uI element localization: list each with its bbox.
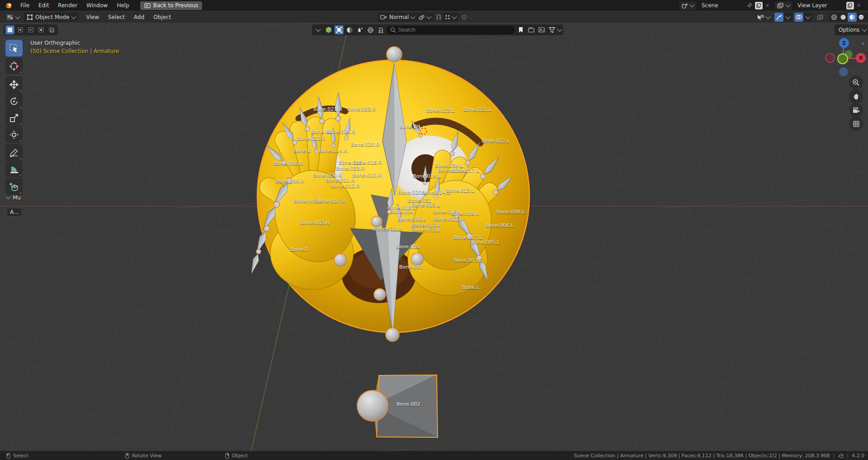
navigation-gizmo[interactable]: Z X bbox=[818, 36, 868, 81]
select-mode-invert-icon[interactable] bbox=[37, 25, 46, 34]
mouse-right-icon bbox=[225, 453, 229, 459]
pan-view-button[interactable] bbox=[849, 90, 863, 104]
menu-add[interactable]: Add bbox=[129, 12, 149, 23]
tool-cursor[interactable] bbox=[5, 57, 23, 74]
keymap-label: Object bbox=[232, 453, 248, 459]
menu-select[interactable]: Select bbox=[104, 12, 129, 23]
options-dropdown[interactable]: Options bbox=[835, 24, 868, 35]
shading-wireframe-button[interactable] bbox=[830, 13, 839, 22]
view-layer-field[interactable]: View Layer ✕ bbox=[795, 1, 863, 10]
chevron-down-icon bbox=[71, 14, 76, 19]
panel-mu-header[interactable]: Mu bbox=[6, 194, 21, 201]
select-mode-intersect-icon[interactable] bbox=[47, 25, 56, 34]
orientation-label: Normal bbox=[389, 14, 409, 20]
view-layer-browse-button[interactable] bbox=[775, 1, 792, 10]
preview-ball-icon[interactable] bbox=[324, 25, 333, 34]
chevron-down-icon bbox=[410, 14, 415, 19]
editor-type-button[interactable] bbox=[4, 13, 22, 22]
matcap-sphere-icon[interactable] bbox=[345, 25, 354, 34]
bone-002-object[interactable] bbox=[357, 375, 438, 437]
tool-select-box[interactable] bbox=[5, 40, 23, 57]
tool-rotate[interactable] bbox=[5, 93, 23, 109]
scene-browse-button[interactable] bbox=[679, 1, 696, 10]
mouse-left-icon bbox=[6, 453, 10, 459]
remove-view-layer-icon[interactable]: ✕ bbox=[857, 3, 861, 9]
blender-logo-icon[interactable] bbox=[0, 2, 16, 9]
panel-mu-label: Mu bbox=[13, 194, 21, 201]
zoom-view-button[interactable] bbox=[849, 76, 863, 90]
search-input[interactable] bbox=[387, 26, 515, 34]
overlays-dropdown[interactable] bbox=[803, 13, 812, 22]
gizmo-minus-y-axis[interactable] bbox=[838, 54, 848, 64]
tool-transform[interactable] bbox=[5, 126, 23, 143]
render-result-icon[interactable] bbox=[537, 25, 546, 34]
paint-drop-icon[interactable] bbox=[355, 25, 364, 34]
chevron-down-icon[interactable] bbox=[557, 27, 562, 32]
menu-object[interactable]: Object bbox=[149, 12, 175, 23]
orthographic-toggle-button[interactable] bbox=[849, 117, 863, 131]
gizmos-toggle[interactable] bbox=[774, 13, 783, 22]
show-gizmo-dropdown[interactable] bbox=[754, 13, 773, 22]
proportional-editing-toggle[interactable] bbox=[459, 13, 476, 22]
menu-view[interactable]: View bbox=[82, 12, 104, 23]
collection-icon[interactable] bbox=[527, 25, 536, 34]
transform-orientation-dropdown[interactable]: Normal bbox=[377, 13, 417, 22]
shading-material-button[interactable] bbox=[848, 13, 857, 22]
new-scene-button[interactable] bbox=[755, 2, 763, 9]
pivot-point-dropdown[interactable] bbox=[416, 13, 434, 22]
transform-icon bbox=[9, 130, 19, 140]
keymap-label: Select bbox=[13, 453, 28, 459]
keymap-rotate-view: Rotate View bbox=[125, 453, 162, 459]
select-mode-extend-icon[interactable] bbox=[16, 25, 25, 34]
shading-rendered-button[interactable] bbox=[857, 13, 866, 22]
tool-scale[interactable] bbox=[5, 109, 23, 126]
context-label: (50) Scene Collection | Armature bbox=[30, 48, 119, 54]
overlays-toggle[interactable] bbox=[794, 13, 803, 22]
measure-icon bbox=[9, 164, 19, 174]
menu-file[interactable]: File bbox=[16, 0, 34, 11]
snap-settings-dropdown[interactable] bbox=[442, 13, 459, 22]
collapse-chevron-icon[interactable] bbox=[314, 25, 323, 34]
chevron-down-icon bbox=[15, 14, 20, 19]
select-mode-subtract-icon[interactable] bbox=[26, 25, 35, 34]
world-icon[interactable] bbox=[366, 25, 375, 34]
camera-view-button[interactable] bbox=[849, 103, 863, 117]
pivot-icon bbox=[419, 14, 425, 20]
scene-name-field[interactable]: Scene ✕ bbox=[699, 1, 772, 10]
gizmo-minus-x-axis[interactable] bbox=[826, 53, 835, 62]
chevron-down-icon bbox=[468, 14, 473, 19]
unlink-scene-icon[interactable]: ✕ bbox=[765, 3, 769, 9]
add-cube-icon bbox=[9, 182, 19, 192]
menu-render[interactable]: Render bbox=[53, 0, 82, 11]
select-mode-new-icon[interactable] bbox=[5, 25, 14, 34]
menu-window[interactable]: Window bbox=[82, 0, 112, 11]
screen-region-icon[interactable] bbox=[335, 25, 344, 34]
menu-edit[interactable]: Edit bbox=[34, 0, 53, 11]
tool-measure[interactable] bbox=[5, 161, 23, 177]
menu-help[interactable]: Help bbox=[112, 0, 133, 11]
shading-solid-button[interactable] bbox=[839, 13, 848, 22]
filter-funnel-icon[interactable] bbox=[547, 25, 557, 34]
clamp-icon[interactable] bbox=[376, 25, 385, 34]
editor-3d-viewport-icon bbox=[6, 14, 14, 20]
pin-icon[interactable] bbox=[747, 3, 752, 8]
sidebar-collapse-arrow[interactable]: ‹ bbox=[862, 40, 864, 47]
scene-canvas[interactable] bbox=[0, 23, 868, 451]
tool-add-cube[interactable] bbox=[5, 178, 23, 195]
keymap-label: Rotate View bbox=[132, 453, 162, 459]
gizmos-dropdown[interactable] bbox=[783, 13, 793, 22]
new-view-layer-button[interactable] bbox=[846, 2, 854, 9]
tool-move[interactable] bbox=[5, 76, 23, 93]
mode-dropdown[interactable]: Object Mode bbox=[24, 13, 78, 22]
keymap-object: Object bbox=[225, 453, 248, 459]
bookmark-icon[interactable] bbox=[516, 25, 525, 34]
gizmo-minus-z-axis[interactable] bbox=[839, 67, 848, 76]
annotate-pen-icon bbox=[9, 147, 19, 157]
panel-a-tab[interactable]: A... bbox=[7, 209, 21, 216]
xray-toggle[interactable] bbox=[814, 13, 826, 22]
tool-annotate[interactable] bbox=[5, 144, 23, 161]
camera-icon bbox=[852, 107, 860, 114]
topbar: File Edit Render Window Help Back to Pre… bbox=[0, 0, 868, 11]
shading-dropdown[interactable] bbox=[866, 13, 868, 22]
back-to-previous-button[interactable]: Back to Previous bbox=[140, 1, 203, 10]
